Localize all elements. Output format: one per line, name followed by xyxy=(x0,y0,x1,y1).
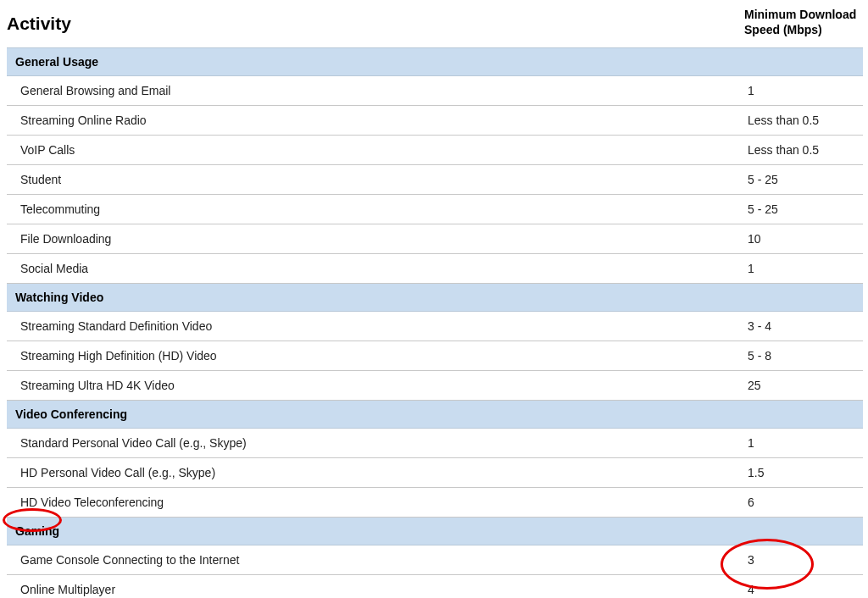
speed-cell: 1 xyxy=(744,76,863,106)
speed-cell: 25 xyxy=(744,371,863,401)
activity-header: Activity xyxy=(7,5,744,48)
table-row: Standard Personal Video Call (e.g., Skyp… xyxy=(7,429,863,458)
speed-cell: 3 - 4 xyxy=(744,312,863,341)
table-row: Streaming Online RadioLess than 0.5 xyxy=(7,106,863,136)
table-header-row: Activity Minimum Download Speed (Mbps) xyxy=(7,5,863,48)
speed-cell: Less than 0.5 xyxy=(744,136,863,165)
activity-cell: Standard Personal Video Call (e.g., Skyp… xyxy=(7,429,744,458)
activity-cell: Telecommuting xyxy=(7,195,744,224)
section-title: Gaming xyxy=(7,518,863,545)
table-row: Game Console Connecting to the Internet3 xyxy=(7,545,863,575)
activity-cell: Streaming High Definition (HD) Video xyxy=(7,341,744,371)
table-row: File Downloading10 xyxy=(7,224,863,254)
speed-cell: 4 xyxy=(744,575,863,598)
activity-cell: Game Console Connecting to the Internet xyxy=(7,545,744,575)
speed-cell: 5 - 8 xyxy=(744,341,863,371)
table-row: HD Video Teleconferencing6 xyxy=(7,488,863,518)
speed-cell: 3 xyxy=(744,545,863,575)
speed-cell: 6 xyxy=(744,488,863,518)
speed-cell: 10 xyxy=(744,224,863,254)
speed-table: Activity Minimum Download Speed (Mbps) G… xyxy=(7,5,863,598)
table-row: Student5 - 25 xyxy=(7,165,863,195)
activity-cell: File Downloading xyxy=(7,224,744,254)
activity-cell: VoIP Calls xyxy=(7,136,744,165)
table-row: Streaming Standard Definition Video3 - 4 xyxy=(7,312,863,341)
speed-cell: 5 - 25 xyxy=(744,195,863,224)
activity-cell: HD Personal Video Call (e.g., Skype) xyxy=(7,458,744,488)
speed-cell: 1 xyxy=(744,254,863,284)
section-title: General Usage xyxy=(7,48,863,76)
speed-cell: 1 xyxy=(744,429,863,458)
activity-cell: HD Video Teleconferencing xyxy=(7,488,744,518)
table-row: VoIP CallsLess than 0.5 xyxy=(7,136,863,165)
activity-cell: Streaming Standard Definition Video xyxy=(7,312,744,341)
speed-cell: 5 - 25 xyxy=(744,165,863,195)
speed-header: Minimum Download Speed (Mbps) xyxy=(744,5,863,48)
activity-cell: Online Multiplayer xyxy=(7,575,744,598)
activity-cell: Social Media xyxy=(7,254,744,284)
activity-cell: Streaming Ultra HD 4K Video xyxy=(7,371,744,401)
section-header: Video Conferencing xyxy=(7,401,863,429)
table-row: General Browsing and Email1 xyxy=(7,76,863,106)
section-header: General Usage xyxy=(7,48,863,76)
table-row: Social Media1 xyxy=(7,254,863,284)
speed-cell: Less than 0.5 xyxy=(744,106,863,136)
table-row: Online Multiplayer4 xyxy=(7,575,863,598)
section-header: Watching Video xyxy=(7,284,863,312)
table-row: HD Personal Video Call (e.g., Skype)1.5 xyxy=(7,458,863,488)
section-header: Gaming xyxy=(7,518,863,545)
activity-cell: Streaming Online Radio xyxy=(7,106,744,136)
activity-cell: General Browsing and Email xyxy=(7,76,744,106)
speed-cell: 1.5 xyxy=(744,458,863,488)
table-row: Streaming Ultra HD 4K Video25 xyxy=(7,371,863,401)
activity-cell: Student xyxy=(7,165,744,195)
table-row: Streaming High Definition (HD) Video5 - … xyxy=(7,341,863,371)
table-row: Telecommuting5 - 25 xyxy=(7,195,863,224)
section-title: Video Conferencing xyxy=(7,401,863,429)
section-title: Watching Video xyxy=(7,284,863,312)
